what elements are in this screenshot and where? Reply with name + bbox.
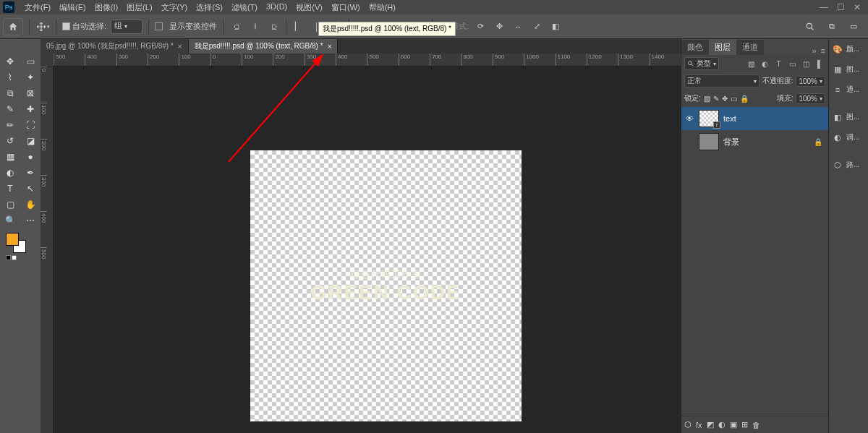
transform-controls-group[interactable]: 显示变换控件 — [155, 21, 217, 32]
filter-smart-icon[interactable]: ◫ — [801, 60, 812, 68]
layer-thumbnail[interactable]: T — [699, 110, 719, 127]
filter-toggle-icon[interactable]: ▌ — [814, 60, 825, 68]
adjustment-layer-icon[interactable]: ◐ — [718, 420, 726, 429]
lock-artboard-icon[interactable]: ▭ — [731, 95, 737, 103]
share-icon[interactable]: ⧉ — [825, 20, 839, 34]
align-left-icon[interactable]: ▏ — [291, 20, 305, 34]
color-swatches[interactable] — [0, 231, 41, 256]
menu-4[interactable]: 文字(Y) — [157, 1, 192, 14]
canvas-area[interactable]: 5004003002001000100200300400500600700800… — [41, 53, 681, 433]
menu-7[interactable]: 3D(D) — [262, 1, 292, 14]
link-layers-icon[interactable]: ⬡ — [684, 420, 692, 429]
menu-5[interactable]: 选择(S) — [192, 1, 227, 14]
quick-select-tool[interactable]: ✦ — [20, 69, 41, 85]
move-tool-icon[interactable]: ▾ — [35, 20, 50, 34]
panel-menu-icon[interactable]: ≡ — [821, 46, 825, 55]
menu-3[interactable]: 图层(L) — [122, 1, 156, 14]
document-tab-0[interactable]: 05.jpg @ 100% (我是psd!!!!!, RGB/8#) *× — [41, 39, 189, 53]
delete-layer-icon[interactable]: 🗑 — [752, 421, 760, 429]
stamp-tool[interactable]: ⛶ — [20, 117, 41, 133]
dock-item-2[interactable]: ≡通... — [829, 80, 868, 100]
window-maximize-icon[interactable]: ☐ — [837, 2, 845, 12]
healing-tool[interactable]: ✚ — [20, 101, 41, 117]
lasso-tool[interactable]: ⌇ — [0, 69, 20, 85]
auto-select-checkbox[interactable]: 自动选择: — [62, 21, 106, 32]
layer-group-icon[interactable]: ▣ — [730, 420, 737, 429]
workspace-icon[interactable]: ▭ — [846, 20, 861, 34]
document-tab-1[interactable]: 我是psd!!!!!.psd @ 100% (text, RGB/8) *× — [189, 39, 339, 53]
gradient-tool[interactable]: ▦ — [0, 149, 20, 165]
menu-0[interactable]: 文件(F) — [20, 1, 55, 14]
hand-tool[interactable]: ✋ — [20, 197, 41, 213]
dock-item-7[interactable]: ⬡路... — [829, 155, 868, 175]
dock-item-0[interactable]: 🎨颜... — [829, 39, 868, 59]
close-icon[interactable]: × — [178, 43, 182, 51]
close-icon[interactable]: × — [328, 43, 332, 51]
3d-camera-icon[interactable]: ◧ — [548, 20, 563, 34]
dock-item-5[interactable]: ◐调... — [829, 127, 868, 147]
zoom-tool[interactable]: 🔍 — [0, 213, 20, 228]
dodge-tool[interactable]: ◐ — [0, 165, 20, 181]
foreground-swatch[interactable] — [6, 233, 19, 246]
panel-tab-channels[interactable]: 通道 — [736, 40, 764, 55]
layer-thumbnail[interactable] — [699, 133, 719, 150]
layer-mask-icon[interactable]: ◩ — [707, 420, 714, 429]
artboard[interactable]: 绿色代码工作室 GREEN CODE — [250, 150, 522, 421]
filter-type-icon[interactable]: T — [773, 60, 784, 68]
lock-icon[interactable]: 🔒 — [814, 138, 825, 146]
panel-tab-layers[interactable]: 图层 — [709, 40, 736, 55]
align-bottom-icon[interactable]: ⫒ — [267, 20, 281, 34]
3d-move-icon[interactable]: ↔ — [511, 20, 525, 34]
filter-pixel-icon[interactable]: ▧ — [746, 60, 757, 68]
filter-shape-icon[interactable]: ▭ — [787, 60, 798, 68]
home-button[interactable] — [3, 18, 23, 35]
crop-tool[interactable]: ⧉ — [0, 85, 20, 101]
move-tool[interactable]: ✥ — [0, 53, 20, 69]
frame-tool[interactable]: ⊠ — [20, 85, 41, 101]
panel-tab-color[interactable]: 颜色 — [681, 40, 709, 55]
path-select-tool[interactable]: ↖ — [20, 181, 41, 197]
lock-paint-icon[interactable]: ✎ — [713, 95, 719, 103]
layer-fx-icon[interactable]: fx — [696, 421, 702, 429]
filter-adjust-icon[interactable]: ◐ — [760, 60, 770, 68]
3d-pan-icon[interactable]: ✥ — [492, 20, 506, 34]
blend-mode-combo[interactable]: 正常▾ — [684, 74, 760, 87]
window-minimize-icon[interactable]: — — [820, 2, 828, 12]
auto-select-mode-combo[interactable]: 组 ▾ — [111, 20, 142, 34]
panel-expand-icon[interactable]: » — [812, 46, 816, 55]
blur-tool[interactable]: ● — [20, 149, 41, 165]
lock-all-icon[interactable]: 🔒 — [740, 95, 749, 103]
menu-9[interactable]: 窗口(W) — [327, 1, 365, 14]
3d-scale-icon[interactable]: ⤢ — [529, 20, 544, 34]
menu-8[interactable]: 视图(V) — [292, 1, 327, 14]
history-brush-tool[interactable]: ↺ — [0, 133, 20, 149]
new-layer-icon[interactable]: ⊞ — [741, 420, 748, 429]
fill-field[interactable]: 100%▾ — [796, 93, 825, 104]
align-vcenter-icon[interactable]: ⫲ — [248, 20, 263, 34]
pen-tool[interactable]: ✒ — [20, 165, 41, 181]
marquee-tool[interactable]: ▭ — [20, 53, 41, 69]
brush-tool[interactable]: ✏ — [0, 117, 20, 133]
lock-position-icon[interactable]: ✥ — [722, 95, 728, 103]
menu-10[interactable]: 帮助(H) — [365, 1, 400, 14]
type-tool[interactable]: T — [0, 181, 20, 197]
layer-filter-combo[interactable]: 类型 ▾ — [684, 57, 719, 70]
window-close-icon[interactable]: ✕ — [854, 2, 861, 12]
dock-item-1[interactable]: ▦图... — [829, 59, 868, 80]
menu-6[interactable]: 滤镜(T) — [227, 1, 262, 14]
eyedropper-tool[interactable]: ✎ — [0, 101, 20, 117]
search-icon[interactable] — [803, 20, 817, 34]
eraser-tool[interactable]: ◪ — [20, 133, 41, 149]
3d-orbit-icon[interactable]: ⟳ — [473, 20, 488, 34]
menu-1[interactable]: 编辑(E) — [55, 1, 90, 14]
layer-row[interactable]: 👁Ttext — [681, 107, 828, 130]
visibility-icon[interactable]: 👁 — [684, 114, 694, 123]
shape-tool[interactable]: ▢ — [0, 197, 20, 213]
menu-2[interactable]: 图像(I) — [90, 1, 122, 14]
extra-tool[interactable]: ⋯ — [20, 213, 41, 228]
layer-row[interactable]: 背景🔒 — [681, 130, 828, 153]
dock-item-4[interactable]: ◧图... — [829, 107, 868, 127]
lock-transparency-icon[interactable]: ▧ — [704, 95, 710, 103]
opacity-field[interactable]: 100%▾ — [796, 76, 825, 87]
align-top-icon[interactable]: ⫑ — [229, 20, 244, 34]
